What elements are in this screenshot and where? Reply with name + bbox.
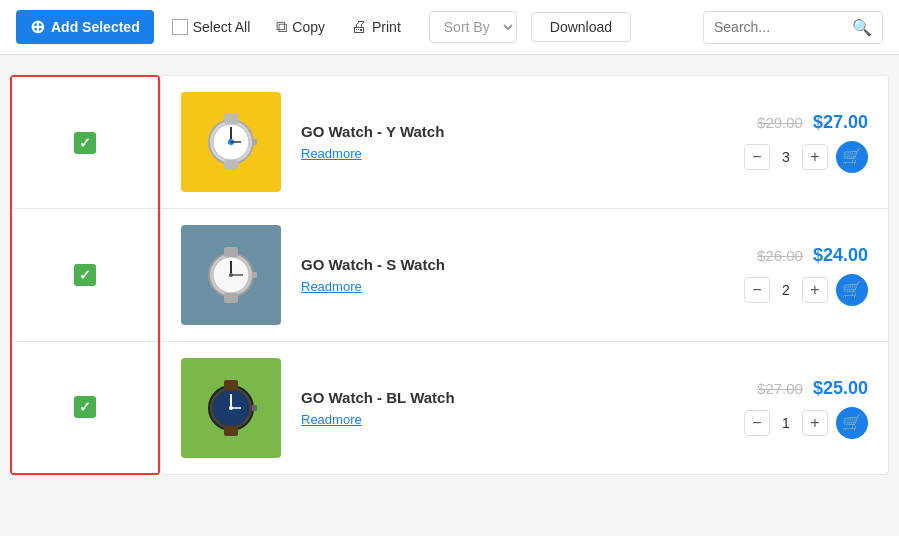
svg-rect-18	[224, 380, 238, 390]
product-name-2: GO Watch - BL Watch	[301, 389, 724, 406]
product-pricing-0: $29.00 $27.00 − 3 + 🛒	[744, 112, 868, 173]
qty-increase-2[interactable]: +	[802, 410, 828, 436]
add-to-cart-1[interactable]: 🛒	[836, 274, 868, 306]
copy-button[interactable]: ⧉ Copy	[268, 12, 333, 42]
qty-cart-1: − 2 + 🛒	[744, 274, 868, 306]
svg-rect-7	[252, 139, 257, 145]
product-name-1: GO Watch - S Watch	[301, 256, 724, 273]
qty-decrease-1[interactable]: −	[744, 277, 770, 303]
download-label: Download	[550, 19, 612, 35]
add-selected-label: Add Selected	[51, 19, 140, 35]
svg-rect-11	[224, 293, 238, 303]
search-input[interactable]	[714, 19, 852, 35]
svg-rect-19	[224, 426, 238, 436]
product-image-0	[181, 92, 281, 192]
table-row: GO Watch - Y Watch Readmore $29.00 $27.0…	[161, 76, 888, 209]
checkbox-cell-0	[12, 77, 158, 209]
qty-cart-2: − 1 + 🛒	[744, 407, 868, 439]
product-image-2	[181, 358, 281, 458]
checkbox-cell-2	[12, 342, 158, 473]
add-to-cart-0[interactable]: 🛒	[836, 141, 868, 173]
product-image-1	[181, 225, 281, 325]
toolbar: ⊕ Add Selected Select All ⧉ Copy 🖨 Print…	[0, 0, 899, 55]
product-name-0: GO Watch - Y Watch	[301, 123, 724, 140]
prices-2: $27.00 $25.00	[757, 378, 868, 399]
add-to-cart-2[interactable]: 🛒	[836, 407, 868, 439]
main-content: GO Watch - Y Watch Readmore $29.00 $27.0…	[0, 55, 899, 495]
search-wrapper: 🔍	[703, 11, 883, 44]
product-info-1: GO Watch - S Watch Readmore	[301, 256, 724, 294]
qty-value-2: 1	[778, 415, 794, 431]
plus-icon: ⊕	[30, 18, 45, 36]
watch-illustration-1	[191, 235, 271, 315]
qty-increase-0[interactable]: +	[802, 144, 828, 170]
product-checkbox-0[interactable]	[74, 132, 96, 154]
print-icon: 🖨	[351, 18, 367, 36]
watch-illustration-2	[191, 368, 271, 448]
new-price-0: $27.00	[813, 112, 868, 133]
qty-increase-1[interactable]: +	[802, 277, 828, 303]
add-selected-button[interactable]: ⊕ Add Selected	[16, 10, 154, 44]
svg-rect-15	[252, 272, 257, 278]
old-price-2: $27.00	[757, 380, 803, 397]
select-all-checkbox-icon	[172, 19, 188, 35]
product-pricing-2: $27.00 $25.00 − 1 + 🛒	[744, 378, 868, 439]
select-all-button[interactable]: Select All	[164, 13, 259, 41]
sort-by-select[interactable]: Sort By	[429, 11, 517, 43]
search-icon[interactable]: 🔍	[852, 18, 872, 37]
checkbox-cell-1	[12, 209, 158, 341]
old-price-0: $29.00	[757, 114, 803, 131]
table-row: GO Watch - BL Watch Readmore $27.00 $25.…	[161, 342, 888, 474]
qty-decrease-0[interactable]: −	[744, 144, 770, 170]
product-pricing-1: $26.00 $24.00 − 2 + 🛒	[744, 245, 868, 306]
old-price-1: $26.00	[757, 247, 803, 264]
product-info-2: GO Watch - BL Watch Readmore	[301, 389, 724, 427]
watch-illustration-0	[191, 102, 271, 182]
svg-rect-2	[224, 114, 238, 124]
svg-rect-10	[224, 247, 238, 257]
readmore-link-0[interactable]: Readmore	[301, 146, 724, 161]
products-list: GO Watch - Y Watch Readmore $29.00 $27.0…	[160, 75, 889, 475]
qty-value-0: 3	[778, 149, 794, 165]
svg-rect-23	[252, 405, 257, 411]
prices-1: $26.00 $24.00	[757, 245, 868, 266]
select-all-label: Select All	[193, 19, 251, 35]
new-price-2: $25.00	[813, 378, 868, 399]
readmore-link-1[interactable]: Readmore	[301, 279, 724, 294]
checkbox-column	[10, 75, 160, 475]
prices-0: $29.00 $27.00	[757, 112, 868, 133]
qty-decrease-2[interactable]: −	[744, 410, 770, 436]
copy-icon: ⧉	[276, 18, 287, 36]
new-price-1: $24.00	[813, 245, 868, 266]
download-button[interactable]: Download	[531, 12, 631, 42]
readmore-link-2[interactable]: Readmore	[301, 412, 724, 427]
table-row: GO Watch - S Watch Readmore $26.00 $24.0…	[161, 209, 888, 342]
copy-label: Copy	[292, 19, 325, 35]
qty-cart-0: − 3 + 🛒	[744, 141, 868, 173]
product-checkbox-1[interactable]	[74, 264, 96, 286]
qty-value-1: 2	[778, 282, 794, 298]
print-button[interactable]: 🖨 Print	[343, 12, 409, 42]
product-checkbox-2[interactable]	[74, 396, 96, 418]
print-label: Print	[372, 19, 401, 35]
product-info-0: GO Watch - Y Watch Readmore	[301, 123, 724, 161]
svg-rect-3	[224, 160, 238, 170]
